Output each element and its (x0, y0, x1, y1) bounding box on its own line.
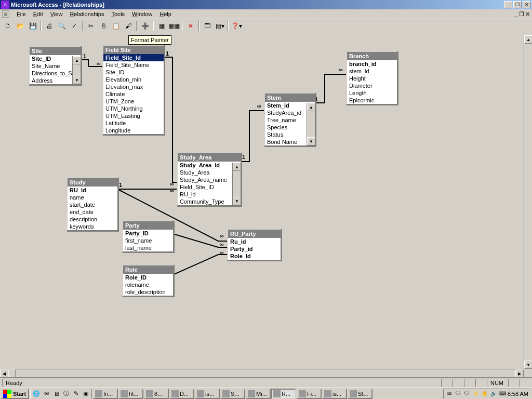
clear-layout-button[interactable]: ✕ (185, 20, 196, 32)
scroll-down-icon[interactable]: ▼ (233, 197, 241, 205)
table-study[interactable]: Study RU_id name start_date end_date des… (66, 177, 118, 231)
table-study-area-title[interactable]: Study_Area (178, 153, 241, 162)
menu-window[interactable]: Window (129, 10, 155, 18)
tray-icon[interactable]: ✉ (446, 390, 453, 397)
quick-launch-icon[interactable]: ✎ (71, 389, 81, 398)
taskbar-task[interactable]: Fi... (297, 389, 322, 399)
show-all-button[interactable]: ▦▦ (168, 20, 180, 32)
menu-relationships[interactable]: Relationships (66, 10, 107, 18)
table-branch-title[interactable]: Branch (347, 52, 397, 60)
tray-icon[interactable]: 🛡 (455, 390, 462, 397)
table-branch[interactable]: Branch branch_id stem_id Height Diameter… (346, 51, 398, 105)
restore-button[interactable]: ❐ (513, 1, 522, 8)
field[interactable]: branch_id (347, 60, 397, 68)
field[interactable]: rolename (123, 281, 173, 288)
paste-button[interactable]: 📋 (110, 20, 122, 32)
table-party[interactable]: Party Party_ID first_name last_name (122, 220, 174, 252)
quick-launch-icon[interactable]: ✉ (42, 389, 51, 398)
field[interactable]: Species (265, 124, 307, 131)
quick-launch-icon[interactable]: 🌐 (32, 389, 41, 398)
quick-launch-icon[interactable]: ▣ (81, 389, 90, 398)
field[interactable]: UTM_Northing (103, 105, 164, 112)
table-ru-party[interactable]: RU_Party Ru_id Party_id Role_Id (227, 229, 282, 261)
taskbar-task[interactable]: S... (220, 389, 245, 399)
field[interactable]: RU_id (178, 191, 232, 198)
field[interactable]: Height (347, 75, 397, 82)
field[interactable]: Role_ID (123, 274, 173, 281)
field[interactable]: name (68, 194, 117, 201)
field[interactable]: Longitude (103, 127, 164, 134)
field-site-id[interactable]: Site_ID (30, 55, 72, 62)
field[interactable]: start_date (68, 201, 117, 208)
field[interactable]: Field_Site_Name (103, 61, 164, 69)
open-button[interactable]: 📂 (15, 20, 26, 32)
scroll-up-icon[interactable]: ▲ (73, 56, 81, 64)
field[interactable]: Tree_name (265, 116, 307, 124)
table-field-site[interactable]: Field Site Field_Site_Id Field_Site_Name… (102, 45, 165, 135)
print-preview-button[interactable]: 🔍 (56, 20, 68, 32)
field[interactable]: StudyArea_id (265, 109, 307, 116)
field[interactable]: Bond Name (265, 138, 307, 145)
field[interactable]: keywords (68, 223, 117, 230)
spelling-button[interactable]: ✓ (69, 20, 80, 32)
taskbar-task[interactable]: 8... (144, 389, 169, 399)
field[interactable]: Field_Site_ID (178, 183, 232, 191)
scroll-up-icon[interactable]: ▲ (524, 35, 532, 44)
show-direct-button[interactable]: ▦ (156, 20, 167, 32)
help-button[interactable]: ❓▾ (231, 20, 242, 32)
mdi-close-button[interactable]: ✕ (525, 11, 530, 18)
taskbar-task[interactable]: Mi... (246, 389, 271, 399)
table-site-title[interactable]: Site (30, 47, 81, 55)
taskbar-task[interactable]: D... (169, 389, 194, 399)
field[interactable]: first_name (123, 237, 173, 244)
taskbar-task[interactable]: In... (93, 389, 118, 399)
tray-icon[interactable]: 🛡 (463, 390, 471, 397)
scroll-up-icon[interactable]: ▲ (307, 103, 315, 111)
field[interactable]: Status (265, 131, 307, 138)
table-role-title[interactable]: Role (123, 265, 173, 274)
field[interactable]: Length (347, 89, 397, 97)
table-role[interactable]: Role Role_ID rolename role_description (122, 264, 174, 297)
cut-button[interactable]: ✂ (85, 20, 97, 32)
scroll-up-icon[interactable]: ▲ (233, 163, 241, 171)
table-study-title[interactable]: Study (68, 178, 117, 187)
menu-help[interactable]: Help (156, 10, 175, 18)
copy-button[interactable]: ⎘ (98, 20, 109, 32)
new-button[interactable]: 🗋 (2, 20, 14, 32)
minimize-button[interactable]: _ (504, 1, 512, 8)
new-object-button[interactable]: ▤▾ (214, 20, 225, 32)
scroll-left-icon[interactable]: ◀ (0, 369, 8, 377)
field[interactable]: Elevation_max (103, 83, 164, 90)
field[interactable]: UTM_Easting (103, 112, 164, 119)
field-site-name[interactable]: Site_Name (30, 62, 72, 70)
field[interactable]: Latitude (103, 119, 164, 127)
print-button[interactable]: 🖨 (44, 20, 55, 32)
field-address[interactable]: Address (30, 77, 72, 84)
start-button[interactable]: Start (1, 389, 29, 399)
field[interactable]: Stem_id (265, 102, 307, 109)
table-stem-title[interactable]: Stem (265, 94, 315, 102)
mdi-restore-button[interactable]: ❐ (519, 11, 524, 18)
taskbar-task[interactable]: St... (348, 389, 373, 399)
scroll-down-icon[interactable]: ▼ (73, 76, 81, 84)
field[interactable]: Party_ID (123, 230, 173, 237)
scroll-right-icon[interactable]: ▶ (515, 369, 524, 377)
save-button[interactable]: 💾 (27, 20, 38, 32)
field[interactable]: Study_Area_id (178, 162, 232, 169)
taskbar-task[interactable]: ht... (118, 389, 143, 399)
table-site-scrollbar[interactable]: ▲ ▼ (72, 56, 81, 84)
field[interactable]: end_date (68, 208, 117, 216)
table-party-title[interactable]: Party (123, 221, 173, 230)
table-site[interactable]: Site Site_ID Site_Name Directions_to_Si … (29, 46, 82, 85)
show-table-button[interactable]: ➕ (139, 20, 151, 32)
format-painter-button[interactable]: 🖌 (123, 20, 134, 32)
tray-icon[interactable]: ⌨ (499, 390, 506, 397)
quick-launch-icon[interactable]: 🖥 (51, 389, 61, 398)
mdi-minimize-button[interactable]: _ (515, 11, 518, 18)
tray-icon[interactable]: ⚡ (472, 390, 480, 397)
menu-view[interactable]: View (47, 10, 66, 18)
taskbar-task[interactable]: is... (322, 389, 347, 399)
field[interactable]: RU_id (68, 187, 117, 194)
field[interactable]: Diameter (347, 82, 397, 89)
tray-icon[interactable]: ✋ (481, 390, 488, 397)
